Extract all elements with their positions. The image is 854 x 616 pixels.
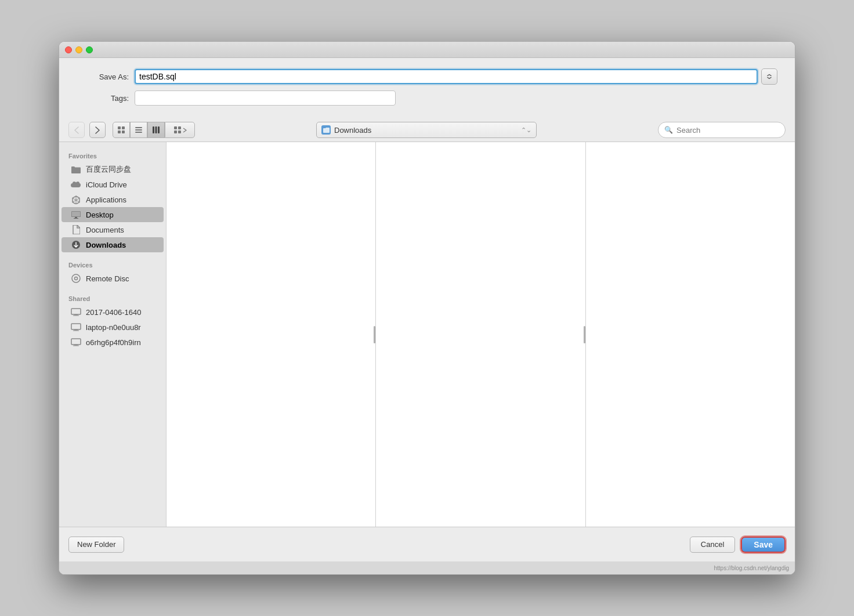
sidebar-item-baidu[interactable]: 百度云同步盘	[61, 162, 164, 177]
sidebar-item-icloud[interactable]: iCloud Drive	[61, 177, 164, 192]
sidebar-item-shared2[interactable]: laptop-n0e0uu8r	[61, 320, 164, 335]
search-input[interactable]	[676, 126, 779, 135]
tags-row: Tags:	[77, 90, 777, 106]
top-form: Save As: Tags:	[59, 58, 795, 118]
svg-rect-5	[135, 129, 142, 131]
save-as-label: Save As:	[77, 73, 129, 81]
sidebar-item-documents[interactable]: Documents	[61, 222, 164, 237]
svg-rect-17	[74, 218, 78, 219]
sidebar-item-icloud-label: iCloud Drive	[86, 180, 127, 189]
svg-rect-25	[74, 329, 78, 331]
location-dropdown[interactable]: Downloads ⌃⌄	[316, 122, 537, 138]
sidebar-item-shared2-label: laptop-n0e0uu8r	[86, 323, 141, 332]
svg-point-20	[75, 277, 78, 280]
documents-icon	[71, 224, 81, 235]
toolbar: Downloads ⌃⌄ 🔍	[59, 118, 795, 142]
svg-rect-12	[174, 131, 177, 133]
svg-rect-9	[158, 126, 160, 133]
file-column-1	[167, 142, 376, 527]
svg-rect-22	[74, 314, 78, 316]
desktop-icon	[71, 209, 81, 220]
svg-rect-27	[71, 339, 81, 345]
sidebar-item-shared3-label: o6rhg6p4f0h9irn	[86, 338, 141, 347]
sidebar-item-remote-disc-label: Remote Disc	[86, 274, 129, 283]
view-buttons	[113, 122, 195, 138]
save-button[interactable]: Save	[741, 537, 786, 553]
sidebar-item-documents-label: Documents	[86, 226, 124, 234]
status-url: https://blog.csdn.net/ylangdig	[714, 565, 789, 571]
sidebar-item-desktop-label: Desktop	[86, 211, 114, 219]
bottom-right-buttons: Cancel Save	[690, 537, 786, 553]
forward-button[interactable]	[89, 122, 106, 138]
svg-rect-10	[174, 126, 177, 129]
file-column-3	[586, 142, 795, 527]
sidebar-item-remote-disc[interactable]: Remote Disc	[61, 271, 164, 286]
sidebar-item-downloads-label: Downloads	[86, 241, 126, 249]
tags-label: Tags:	[77, 94, 129, 103]
svg-rect-7	[153, 126, 154, 133]
monitor-icon-1	[71, 307, 81, 317]
svg-rect-0	[118, 126, 121, 129]
svg-rect-4	[135, 127, 142, 128]
downloads-icon	[71, 240, 81, 250]
sidebar: Favorites 百度云同步盘 iCloud Drive	[59, 142, 167, 527]
svg-rect-6	[135, 132, 142, 133]
back-button[interactable]	[68, 122, 85, 138]
monitor-icon-2	[71, 322, 81, 332]
resize-handle-2[interactable]	[584, 326, 585, 343]
minimize-button[interactable]	[75, 46, 82, 53]
svg-rect-1	[122, 126, 125, 129]
sidebar-item-applications-label: Applications	[86, 195, 126, 204]
svg-rect-28	[74, 345, 78, 346]
svg-rect-15	[72, 212, 81, 217]
sidebar-item-applications[interactable]: Applications	[61, 192, 164, 207]
svg-rect-21	[71, 309, 81, 314]
sidebar-item-downloads[interactable]: Downloads	[61, 237, 164, 252]
expand-button[interactable]	[761, 68, 777, 85]
view-cover-button[interactable]	[165, 122, 195, 138]
sidebar-item-shared1-label: 2017-0406-1640	[86, 308, 141, 317]
search-icon: 🔍	[664, 126, 673, 134]
favorites-section-label: Favorites	[59, 148, 166, 162]
shared-section-label: Shared	[59, 291, 166, 305]
sidebar-item-shared1[interactable]: 2017-0406-1640	[61, 305, 164, 320]
location-arrows-icon: ⌃⌄	[521, 126, 531, 134]
new-folder-button[interactable]: New Folder	[68, 537, 124, 553]
view-column-button[interactable]	[147, 122, 165, 138]
close-button[interactable]	[65, 46, 72, 53]
svg-rect-8	[155, 126, 157, 133]
title-bar	[59, 42, 795, 58]
sidebar-item-baidu-label: 百度云同步盘	[86, 164, 131, 175]
svg-rect-13	[178, 131, 181, 133]
cancel-button[interactable]: Cancel	[690, 537, 735, 553]
svg-point-19	[72, 274, 80, 282]
tags-input[interactable]	[135, 90, 396, 106]
file-column-2	[376, 142, 585, 527]
svg-rect-23	[73, 316, 79, 316]
save-as-input-wrapper	[135, 68, 777, 85]
disc-icon	[71, 273, 81, 284]
main-content: Favorites 百度云同步盘 iCloud Drive	[59, 142, 795, 527]
view-list-button[interactable]	[130, 122, 147, 138]
svg-rect-29	[73, 346, 79, 346]
maximize-button[interactable]	[86, 46, 93, 53]
sidebar-item-desktop[interactable]: Desktop	[61, 207, 164, 222]
status-bar: https://blog.csdn.net/ylangdig	[59, 561, 795, 574]
applications-icon	[71, 194, 81, 205]
resize-handle-1[interactable]	[374, 326, 375, 343]
save-dialog: Save As: Tags:	[59, 41, 795, 575]
svg-rect-26	[73, 331, 79, 331]
file-area	[167, 142, 795, 527]
location-folder-icon	[321, 125, 331, 135]
svg-rect-16	[75, 217, 77, 218]
cloud-icon	[71, 179, 81, 190]
save-as-input[interactable]	[135, 69, 758, 84]
location-text: Downloads	[334, 126, 521, 135]
folder-icon	[71, 164, 81, 175]
svg-rect-24	[71, 324, 81, 329]
search-box: 🔍	[658, 122, 786, 138]
view-icon-button[interactable]	[113, 122, 130, 138]
svg-rect-11	[178, 126, 181, 129]
traffic-lights	[65, 46, 93, 53]
sidebar-item-shared3[interactable]: o6rhg6p4f0h9irn	[61, 335, 164, 350]
